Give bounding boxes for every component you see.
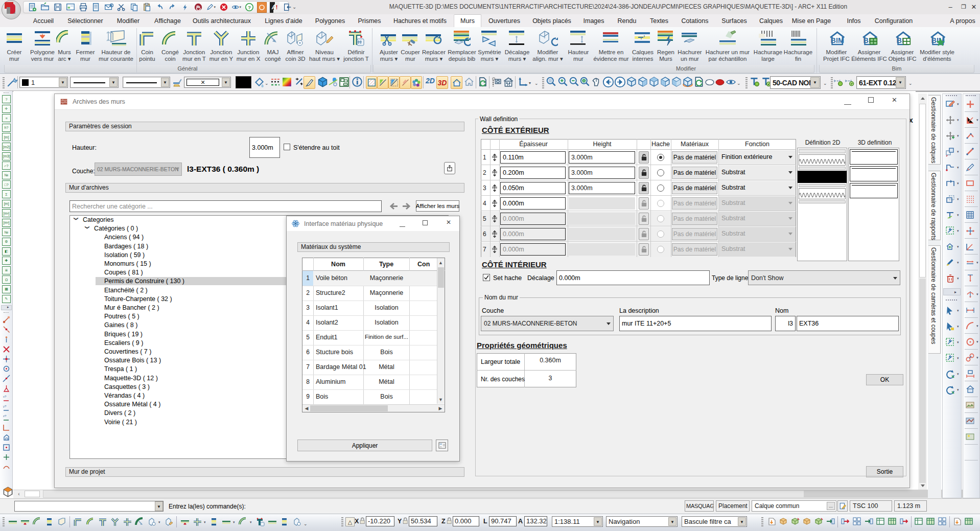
svg-text:x?: x? bbox=[3, 395, 7, 398]
svg-text:z?: z? bbox=[3, 414, 7, 418]
svg-text:y?: y? bbox=[3, 405, 7, 408]
